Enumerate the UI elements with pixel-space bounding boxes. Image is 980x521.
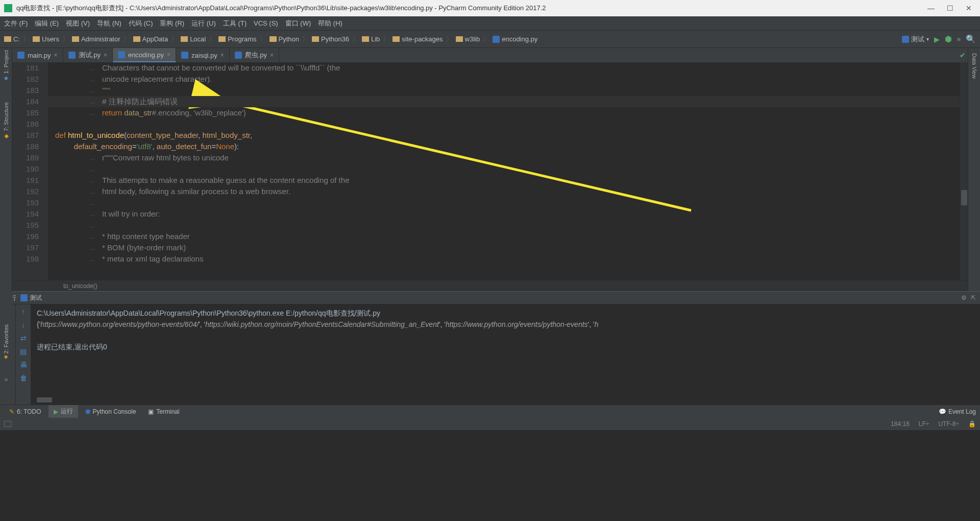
search-everywhere-button[interactable]: 🔍 [966,34,976,44]
python-file-icon [181,52,188,59]
breadcrumb-item[interactable]: Programs [218,35,256,43]
close-tab-icon[interactable]: × [270,52,274,59]
code-line[interactable] [48,119,960,130]
down-icon[interactable]: ↓ [21,321,25,329]
code-line[interactable]: …* meta or xml tag declarations [48,253,960,265]
dataview-tool-button[interactable]: Data View [971,53,977,79]
maximize-button[interactable]: ☐ [947,4,953,12]
breadcrumb-item[interactable]: Local [181,35,206,43]
folder-icon [270,36,277,42]
menu-run[interactable]: 运行 (U) [191,19,216,28]
close-tab-icon[interactable]: × [220,52,224,59]
hide-icon[interactable]: ⇱ [971,294,976,301]
up-icon[interactable]: ↑ [21,307,25,316]
inspection-status-icon[interactable]: ✔ [960,51,966,59]
stop-button[interactable]: ■ [957,36,961,43]
menu-navigate[interactable]: 导航 (N) [97,19,121,28]
code-line[interactable]: …This attempts to make a reasonable gues… [48,175,960,186]
window-title: qq电影查找 - [E:\python\qq电影查找] - C:\Users\A… [16,4,927,13]
breadcrumb-item[interactable]: Lib [362,35,380,43]
console-output[interactable]: C:\Users\Administrator\AppData\Local\Pro… [31,304,980,405]
settings-icon[interactable]: ⚙ [961,294,967,301]
run-button[interactable]: ▶ [934,35,940,43]
python-icon [20,294,28,301]
print-icon[interactable]: 🖶 [20,361,27,369]
code-line[interactable]: … [48,197,960,208]
menu-view[interactable]: 视图 (V) [66,19,90,28]
editor-scrollbar[interactable] [960,62,968,280]
code-line[interactable]: … [48,163,960,175]
code-line[interactable]: … [48,220,960,231]
code-line[interactable]: default_encoding='utf8', auto_detect_fun… [48,141,960,152]
event-log-button[interactable]: 💬Event Log [939,408,976,415]
code-line[interactable]: …""" [48,85,960,96]
python-console-tab[interactable]: ⬢Python Console [80,405,141,418]
breadcrumb-item[interactable]: Users [33,35,59,43]
breadcrumb-item[interactable]: Python36 [312,35,349,43]
editor-tab[interactable]: 爬虫.py× [230,48,279,62]
editor-tab[interactable]: main.py× [12,48,63,62]
breadcrumb-item[interactable]: C: [4,35,20,43]
python-icon [902,36,909,43]
code-line[interactable]: …r"""Convert raw html bytes to unicode [48,152,960,163]
breadcrumb-item[interactable]: encoding.py [493,35,537,43]
menu-window[interactable]: 窗口 (W) [285,19,311,28]
editor-tab[interactable]: encoding.py× [113,48,176,62]
menu-code[interactable]: 代码 (C) [129,19,153,28]
breadcrumb-item[interactable]: site-packages [393,35,443,43]
breadcrumb-item[interactable]: AppData [133,35,168,43]
editor-tab[interactable]: zaisql.py× [176,48,230,62]
code-line[interactable]: …unicode replacement character). [48,74,960,85]
file-encoding[interactable]: UTF-8÷ [938,420,959,428]
menu-vcs[interactable]: VCS (S) [254,19,278,27]
close-tab-icon[interactable]: × [104,52,107,59]
code-line[interactable]: …* BOM (byte-order mark) [48,242,960,253]
statusbar-toggle-icon[interactable] [4,421,11,427]
terminal-tab[interactable]: ▣Terminal [143,405,184,418]
breadcrumb-item[interactable]: w3lib [456,35,480,43]
line-gutter[interactable]: 1811821831841851861871881891901911921931… [12,62,48,280]
code-line[interactable]: …return data_str#.encoding, 'w3lib_repla… [48,107,960,119]
close-button[interactable]: ✕ [966,4,972,12]
scroll-icon[interactable]: ▤ [20,347,27,356]
editor-tab[interactable]: 测试.py× [63,48,113,62]
collapse-stripe-icon[interactable]: » [5,376,8,383]
menu-file[interactable]: 文件 (F) [4,19,28,28]
python-file-icon [493,36,500,43]
menu-refactor[interactable]: 重构 (R) [160,19,184,28]
window-controls: — ☐ ✕ [927,4,976,12]
menu-tools[interactable]: 工具 (T) [223,19,247,28]
console-scrollbar-thumb[interactable] [37,397,52,402]
run-toolwindow-header[interactable]: 运行 测试 ⚙ ⇱ [0,291,980,304]
code-editor[interactable]: 1811821831841851861871881891901911921931… [12,62,968,280]
favorites-tool-stripe: ★2: Favorites » [0,291,12,388]
code-line[interactable]: def html_to_unicode(content_type_header,… [48,130,960,141]
structure-tool-button[interactable]: ◆7: Structure [3,102,9,140]
wrap-icon[interactable]: ⇄ [20,334,27,342]
menu-help[interactable]: 帮助 (H) [318,19,342,28]
code-breadcrumb[interactable]: to_unicode() [12,280,968,291]
close-tab-icon[interactable]: × [54,52,58,59]
minimize-button[interactable]: — [927,4,935,12]
folder-icon [362,36,369,42]
breadcrumb-item[interactable]: Administrator [72,35,120,43]
debug-button[interactable]: ⬢ [945,34,952,44]
code-line[interactable]: …* http content type header [48,231,960,242]
close-tab-icon[interactable]: × [167,51,170,58]
code-line[interactable]: …# 注释掉防止编码错误 [48,96,960,107]
code-line[interactable]: …Characters that cannot be converted wil… [48,62,960,74]
project-tool-button[interactable]: ■1: Project [3,50,9,82]
run-config-selector[interactable]: 测试 ▾ [902,35,929,44]
cursor-position[interactable]: 184:16 [891,420,910,428]
lock-icon[interactable]: 🔒 [968,420,976,428]
todo-tab[interactable]: ✎6: TODO [4,405,46,418]
folder-icon [4,36,11,42]
menu-edit[interactable]: 编辑 (E) [35,19,59,28]
run-tab[interactable]: ▶运行 [48,405,78,418]
code-line[interactable]: …html body, following a similar process … [48,186,960,197]
breadcrumb-item[interactable]: Python [270,35,299,43]
favorites-tool-button[interactable]: ★2: Favorites [3,324,10,361]
line-separator[interactable]: LF÷ [919,420,929,428]
code-line[interactable]: …It will try in order: [48,208,960,220]
clear-icon[interactable]: 🗑 [20,374,27,382]
